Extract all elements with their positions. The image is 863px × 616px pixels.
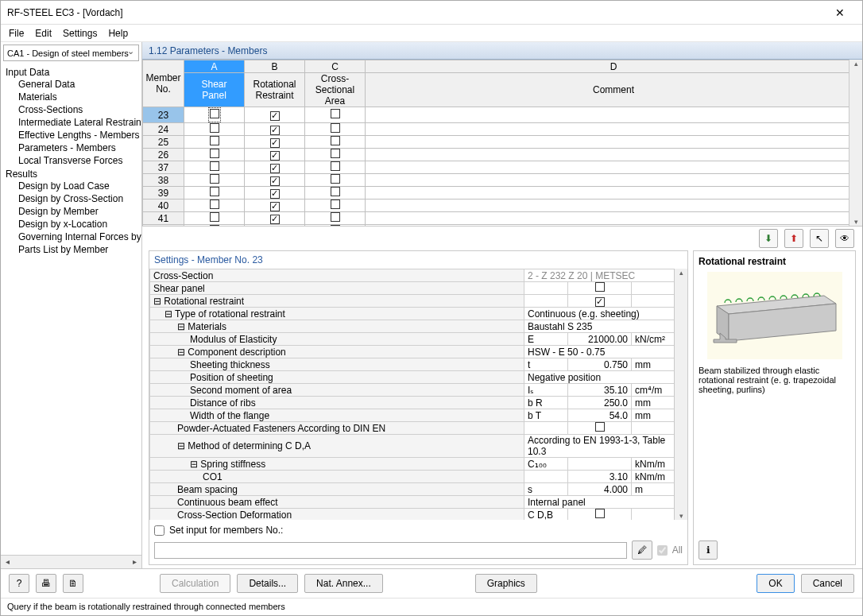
prop-text[interactable]: Baustahl S 235 (524, 320, 687, 333)
prop-checkbox[interactable] (568, 422, 632, 435)
cell-cross-sectional-area[interactable] (305, 107, 366, 123)
view-icon[interactable]: 👁 (835, 229, 854, 248)
cell-comment[interactable] (366, 161, 862, 174)
cell-comment[interactable] (366, 200, 862, 212)
tree-item[interactable]: Governing Internal Forces by Member (6, 231, 140, 243)
tree-item[interactable]: Design by Cross-Section (6, 192, 140, 205)
grid-scrollbar[interactable] (849, 60, 862, 226)
settings-scrollbar[interactable] (674, 269, 687, 520)
prop-value[interactable]: 250.0 (568, 397, 632, 409)
prop-text[interactable]: Internal panel (524, 496, 687, 509)
cell-shear-panel[interactable] (184, 212, 245, 225)
prop-value[interactable]: 0.750 (568, 358, 632, 371)
prop-value[interactable]: 4.000 (568, 483, 632, 496)
row-header[interactable]: 38 (143, 174, 184, 187)
tree-item[interactable]: Effective Lengths - Members (6, 129, 140, 141)
print-icon[interactable]: 🖶 (36, 574, 56, 593)
tree-item[interactable]: Materials (6, 91, 140, 103)
cell-rotational-restraint[interactable] (245, 123, 305, 136)
tree-item[interactable]: Cross-Sections (6, 103, 140, 116)
cell-cross-sectional-area[interactable] (305, 200, 366, 212)
cell-cross-sectional-area[interactable] (305, 174, 366, 187)
prop-checkbox[interactable] (568, 509, 632, 521)
prop-text[interactable]: Negative position (524, 371, 687, 384)
help-icon[interactable]: ? (9, 574, 29, 593)
cell-cross-sectional-area[interactable] (305, 136, 366, 149)
tree-item[interactable]: Parameters - Members (6, 141, 140, 154)
row-header[interactable]: 25 (143, 136, 184, 149)
cell-comment[interactable] (366, 136, 862, 149)
row-header[interactable]: 26 (143, 149, 184, 161)
cell-rotational-restraint[interactable] (245, 174, 305, 187)
cell-rotational-restraint[interactable] (245, 149, 305, 161)
cell-shear-panel[interactable] (184, 200, 245, 212)
cancel-button[interactable]: Cancel (801, 574, 854, 593)
cell-rotational-restraint[interactable] (245, 107, 305, 123)
prop-checkbox[interactable] (568, 295, 632, 308)
cell-rotational-restraint[interactable] (245, 187, 305, 200)
cell-shear-panel[interactable] (184, 123, 245, 136)
cell-cross-sectional-area[interactable] (305, 212, 366, 225)
cell-shear-panel[interactable] (184, 187, 245, 200)
cell-comment[interactable] (366, 149, 862, 161)
prop-text[interactable]: 2 - Z 232 Z 20 | METSEC (524, 269, 687, 282)
row-header[interactable]: 42 (143, 225, 184, 227)
row-header[interactable]: 39 (143, 187, 184, 200)
menu-edit[interactable]: Edit (35, 28, 52, 39)
case-combo[interactable]: CA1 - Design of steel members (3, 45, 139, 61)
close-icon[interactable]: ✕ (824, 6, 856, 19)
set-input-field[interactable] (154, 542, 627, 559)
cell-comment[interactable] (366, 187, 862, 200)
cell-comment[interactable] (366, 123, 862, 136)
cell-shear-panel[interactable] (184, 225, 245, 227)
prop-checkbox[interactable] (568, 282, 632, 295)
cell-shear-panel[interactable] (184, 149, 245, 161)
tree-item[interactable]: Parts List by Member (6, 243, 140, 256)
menu-file[interactable]: File (9, 28, 24, 39)
set-input-checkbox[interactable] (154, 525, 164, 536)
row-header[interactable]: 40 (143, 200, 184, 212)
menu-help[interactable]: Help (108, 28, 128, 39)
tree-group[interactable]: Results (6, 169, 140, 180)
report-icon[interactable]: 🗎 (63, 574, 83, 593)
row-header[interactable]: 37 (143, 161, 184, 174)
import-excel-icon[interactable]: ⬆ (784, 229, 803, 248)
cell-cross-sectional-area[interactable] (305, 123, 366, 136)
export-excel-icon[interactable]: ⬇ (759, 229, 778, 248)
cell-comment[interactable] (366, 225, 862, 227)
prop-text[interactable]: HSW - E 50 - 0.75 (524, 346, 687, 358)
tree-item[interactable]: General Data (6, 78, 140, 91)
cell-cross-sectional-area[interactable] (305, 225, 366, 227)
row-header[interactable]: 24 (143, 123, 184, 136)
cell-rotational-restraint[interactable] (245, 136, 305, 149)
cell-rotational-restraint[interactable] (245, 225, 305, 227)
tree-scroll[interactable] (1, 555, 141, 568)
pick-icon[interactable]: ↖ (810, 229, 829, 248)
menu-settings[interactable]: Settings (63, 28, 97, 39)
calculation-button[interactable]: Calculation (160, 574, 230, 593)
prop-text[interactable]: Continuous (e.g. sheeting) (524, 308, 687, 320)
graphics-button[interactable]: Graphics (475, 574, 537, 593)
row-header[interactable]: 23 (143, 107, 184, 123)
cell-rotational-restraint[interactable] (245, 212, 305, 225)
prop-value[interactable]: 3.10 (568, 471, 632, 483)
cell-shear-panel[interactable] (184, 161, 245, 174)
navigator-tree[interactable]: Input DataGeneral DataMaterialsCross-Sec… (1, 64, 141, 555)
prop-value[interactable]: 54.0 (568, 409, 632, 422)
tree-group[interactable]: Input Data (6, 67, 140, 78)
cell-cross-sectional-area[interactable] (305, 161, 366, 174)
prop-value[interactable] (568, 458, 632, 471)
tree-item[interactable]: Design by x-Location (6, 218, 140, 231)
prop-value[interactable]: 35.10 (568, 384, 632, 397)
info-icon[interactable]: ℹ (699, 540, 718, 560)
cell-rotational-restraint[interactable] (245, 161, 305, 174)
cell-cross-sectional-area[interactable] (305, 149, 366, 161)
cell-shear-panel[interactable] (184, 174, 245, 187)
nat-annex-button[interactable]: Nat. Annex... (304, 574, 383, 593)
cell-comment[interactable] (366, 212, 862, 225)
row-header[interactable]: 41 (143, 212, 184, 225)
cell-shear-panel[interactable] (184, 136, 245, 149)
members-grid[interactable]: MemberNo.ABCDShearPanelRotationalRestrai… (142, 60, 862, 227)
cell-rotational-restraint[interactable] (245, 200, 305, 212)
prop-text[interactable]: According to EN 1993-1-3, Table 10.3 (524, 435, 687, 458)
